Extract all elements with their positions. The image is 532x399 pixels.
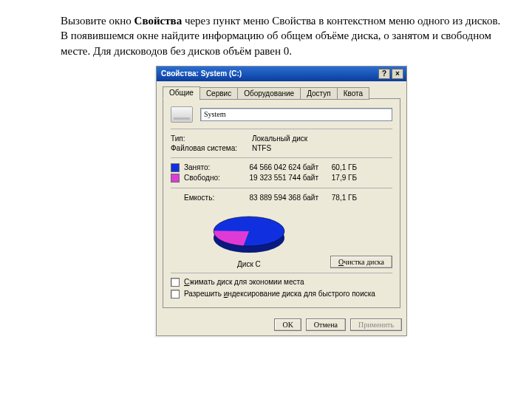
cancel-button[interactable]: Отмена	[306, 318, 346, 331]
apply-button[interactable]: Применить	[350, 318, 402, 331]
titlebar: Свойства: System (C:) ? ×	[157, 66, 406, 81]
tab-quota[interactable]: Квота	[337, 87, 369, 100]
instruction-bold: Свойства	[134, 15, 183, 27]
capacity-gb: 78,1 ГБ	[318, 194, 357, 202]
fs-label: Файловая система:	[171, 144, 252, 152]
volume-name-input[interactable]	[200, 108, 392, 121]
tab-sharing[interactable]: Доступ	[300, 87, 338, 100]
drive-icon	[171, 106, 193, 123]
free-label: Свободно:	[184, 174, 220, 182]
separator	[171, 273, 392, 273]
properties-dialog: Свойства: System (C:) ? × Общие Сервис О…	[156, 66, 407, 336]
tab-general[interactable]: Общие	[163, 86, 200, 99]
free-bytes: 19 323 551 744 байт	[230, 174, 318, 183]
used-swatch	[171, 163, 180, 172]
usage-pie-chart	[205, 207, 293, 259]
pie-caption: Диск C	[237, 260, 261, 268]
tab-service[interactable]: Сервис	[200, 87, 238, 100]
capacity-bytes: 83 889 594 368 байт	[230, 194, 318, 202]
index-label: Разрешить индексирование диска для быстр…	[184, 290, 375, 298]
disk-cleanup-button[interactable]: Очистка диска	[330, 256, 392, 268]
free-gb: 17,9 ГБ	[318, 174, 357, 183]
instruction-text: Вызовите окно Свойства через пункт меню …	[61, 13, 502, 58]
used-label: Занято:	[184, 163, 210, 171]
dialog-buttons: OK Отмена Применить	[157, 314, 406, 335]
separator	[171, 129, 392, 129]
compress-checkbox[interactable]	[171, 278, 180, 287]
type-value: Локальный диск	[252, 134, 392, 143]
help-button[interactable]: ?	[378, 69, 390, 79]
capacity-label: Емкость:	[184, 194, 214, 202]
close-button[interactable]: ×	[392, 69, 403, 79]
tab-hardware[interactable]: Оборудование	[237, 87, 301, 100]
fs-value: NTFS	[252, 144, 392, 152]
tabstrip: Общие Сервис Оборудование Доступ Квота	[163, 86, 400, 98]
index-checkbox[interactable]	[171, 290, 180, 299]
separator	[171, 188, 392, 188]
compress-label: Сжимать диск для экономии места	[184, 278, 304, 286]
tabpage-general: Тип: Локальный диск Файловая система: NT…	[163, 98, 400, 308]
free-swatch	[171, 174, 180, 183]
separator	[171, 157, 392, 158]
type-label: Тип:	[171, 134, 252, 143]
window-title: Свойства: System (C:)	[160, 69, 377, 78]
ok-button[interactable]: OK	[274, 318, 301, 331]
used-gb: 60,1 ГБ	[318, 163, 357, 172]
used-bytes: 64 566 042 624 байт	[230, 163, 318, 172]
instruction-pre: Вызовите окно	[61, 15, 134, 27]
